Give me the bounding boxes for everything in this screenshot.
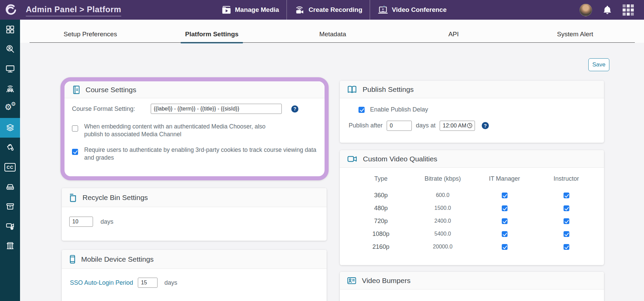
journal-icon xyxy=(71,85,80,95)
sso-days-input[interactable] xyxy=(138,278,158,288)
qualities-table-header: Type Bitrate (kbps) IT Manager Instructo… xyxy=(350,173,604,184)
layers-icon xyxy=(5,123,15,133)
help-icon[interactable]: ? xyxy=(291,105,298,113)
tab-metadata[interactable]: Metadata xyxy=(319,31,346,38)
tab-setup-preferences[interactable]: Setup Preferences xyxy=(63,31,117,38)
sidebar-item-organization[interactable] xyxy=(0,236,20,256)
monitor-icon xyxy=(5,64,15,74)
sidebar-item-conference[interactable] xyxy=(0,79,20,98)
sidebar-item-archive[interactable] xyxy=(0,197,20,216)
quality-row: 2160p 20000.0 xyxy=(350,240,604,253)
tab-system-alert[interactable]: System Alert xyxy=(557,31,593,38)
vq-it-checkbox[interactable] xyxy=(502,193,508,198)
course-settings-card: Course Settings Course Format Setting: ?… xyxy=(60,77,329,180)
sso-period-label[interactable]: SSO Auto-Login Period xyxy=(70,279,133,286)
recycle-days-label: days xyxy=(100,218,113,225)
sidebar-item-branding[interactable] xyxy=(0,138,20,157)
quality-row: 480p 1500.0 xyxy=(350,202,604,215)
vq-instructor-checkbox[interactable] xyxy=(564,218,569,224)
vq-type: 2160p xyxy=(372,243,389,250)
sidebar-item-platform[interactable] xyxy=(0,118,20,138)
app-logo-icon[interactable] xyxy=(4,3,18,17)
user-avatar[interactable] xyxy=(579,4,592,16)
breadcrumb: Admin Panel > Platform xyxy=(26,5,121,16)
folder-play-icon xyxy=(221,5,232,15)
video-qualities-card: Custom Video Qualities Type Bitrate (kbp… xyxy=(340,150,604,265)
help-icon[interactable]: ? xyxy=(482,122,489,129)
enable-publish-delay-label: Enable Publish Delay xyxy=(370,106,428,114)
left-sidebar: ⚙⚙ CC xyxy=(0,20,20,301)
vq-type: 360p xyxy=(374,192,388,199)
card-title: Recycle Bin Settings xyxy=(82,194,148,202)
vq-instructor-checkbox[interactable] xyxy=(564,205,569,211)
quality-row: 1080p 5400.0 xyxy=(350,227,604,240)
card-title: Course Settings xyxy=(86,86,136,94)
sidebar-item-screens[interactable] xyxy=(0,59,20,79)
delay-time-input[interactable]: 12:00 AM xyxy=(440,121,475,131)
vq-instructor-checkbox[interactable] xyxy=(564,231,569,237)
broadcast-people-icon xyxy=(5,83,15,94)
recycle-bin-card: Recycle Bin Settings days xyxy=(62,188,327,241)
notifications-bell-icon[interactable] xyxy=(603,5,612,15)
building-icon xyxy=(5,241,15,251)
col-bitrate: Bitrate (kbps) xyxy=(424,175,461,182)
create-recording-label: Create Recording xyxy=(309,6,362,14)
col-it-manager: IT Manager xyxy=(489,175,520,182)
course-format-input[interactable] xyxy=(151,104,282,114)
open-book-icon xyxy=(347,85,357,94)
vq-type: 1080p xyxy=(372,230,389,238)
embed-publish-label: When embedding content with an authentic… xyxy=(84,123,282,139)
qualities-table-body: 360p 600.0 480p 1500.0 720p 2400.0 1080p… xyxy=(340,189,604,253)
days-at-label: days at xyxy=(416,122,436,129)
sidebar-item-captions[interactable]: CC xyxy=(0,157,20,177)
apps-grid-icon[interactable] xyxy=(623,4,634,16)
card-title: Mobile Device Settings xyxy=(81,255,154,263)
enable-publish-delay-checkbox[interactable] xyxy=(358,107,365,113)
paint-bucket-icon xyxy=(5,142,15,153)
vq-it-checkbox[interactable] xyxy=(502,244,508,250)
sidebar-item-recording-settings[interactable] xyxy=(0,216,20,236)
dashboard-grid-icon xyxy=(5,24,15,35)
vq-it-checkbox[interactable] xyxy=(502,218,508,224)
quality-row: 360p 600.0 xyxy=(350,189,604,202)
manage-media-button[interactable]: Manage Media xyxy=(214,0,287,20)
settings-tabs: Setup Preferences Platform Settings Meta… xyxy=(20,20,644,43)
sidebar-item-dashboard[interactable] xyxy=(0,20,20,39)
camera-broadcast-icon xyxy=(294,5,305,15)
card-title: Video Bumpers xyxy=(362,277,410,285)
top-bar: Admin Panel > Platform Manage Media Crea… xyxy=(0,0,644,20)
require-auth-label: Require users to authenticate by enablin… xyxy=(84,146,318,162)
video-record-icon xyxy=(5,221,15,231)
vq-instructor-checkbox[interactable] xyxy=(564,244,569,250)
video-conference-button[interactable]: Video Conference xyxy=(370,0,454,20)
sidebar-item-admin-settings[interactable]: ⚙⚙ xyxy=(0,98,20,118)
sidebar-item-storage[interactable] xyxy=(0,177,20,197)
vq-bitrate: 1500.0 xyxy=(435,205,451,211)
embed-publish-checkbox[interactable] xyxy=(72,125,78,132)
require-auth-checkbox[interactable] xyxy=(72,149,78,155)
recycle-days-input[interactable] xyxy=(69,217,93,227)
trash-icon xyxy=(69,193,77,203)
vq-it-checkbox[interactable] xyxy=(502,231,508,237)
vq-type: 720p xyxy=(374,218,388,225)
gears-icon: ⚙⚙ xyxy=(5,103,16,113)
vq-type: 480p xyxy=(374,205,388,212)
create-recording-button[interactable]: Create Recording xyxy=(287,0,370,20)
clock-icon xyxy=(467,123,473,128)
save-button[interactable]: Save xyxy=(588,58,609,71)
phone-icon xyxy=(69,254,76,264)
sidebar-item-user-search[interactable] xyxy=(0,39,20,59)
publish-after-label: Publish after xyxy=(349,122,383,129)
delay-days-input[interactable] xyxy=(387,121,412,131)
vq-it-checkbox[interactable] xyxy=(502,205,508,211)
manage-media-label: Manage Media xyxy=(235,6,279,14)
archive-box-icon xyxy=(5,201,15,212)
card-title: Custom Video Qualities xyxy=(363,155,437,163)
video-bumpers-card: Video Bumpers xyxy=(340,272,604,301)
vq-instructor-checkbox[interactable] xyxy=(564,193,569,198)
tab-api[interactable]: API xyxy=(448,31,459,38)
card-title: Publish Settings xyxy=(363,85,414,94)
tab-platform-settings[interactable]: Platform Settings xyxy=(185,31,238,38)
tabs-divider xyxy=(30,42,635,43)
mobile-device-card: Mobile Device Settings SSO Auto-Login Pe… xyxy=(62,250,327,301)
